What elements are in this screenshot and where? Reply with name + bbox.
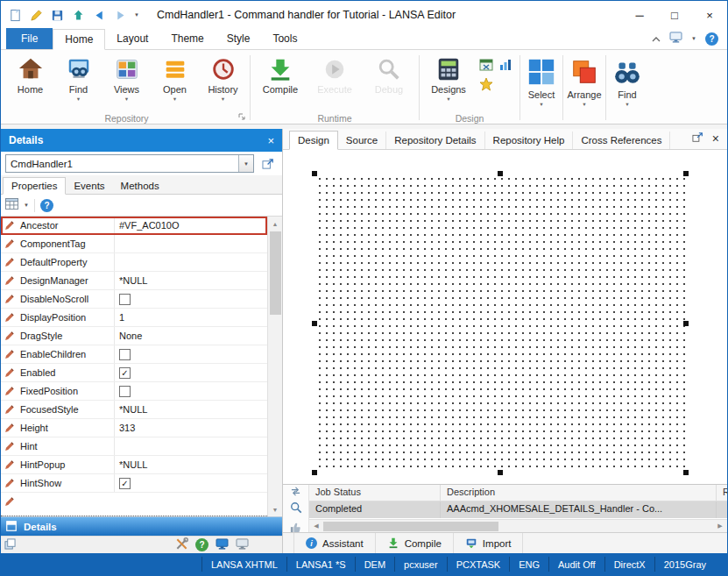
category-view-icon[interactable] [5, 198, 18, 212]
selection-handle-nw[interactable] [312, 171, 317, 176]
display-options-icon[interactable] [669, 32, 682, 46]
design-canvas[interactable] [283, 150, 727, 484]
open-button[interactable]: Open ▼ [151, 52, 199, 113]
details-collapsed-bar[interactable]: Details [1, 516, 282, 536]
statusbar-item[interactable]: LANSA1 *S [286, 557, 355, 572]
save-icon[interactable] [50, 8, 65, 23]
property-row[interactable]: FixedPosition [1, 382, 267, 401]
assistant-tab[interactable]: i Assistant [293, 533, 376, 553]
compile-tab[interactable]: Compile [376, 533, 454, 553]
property-value[interactable]: 1 [115, 309, 267, 326]
search-icon[interactable] [290, 501, 302, 516]
select-button[interactable]: Select ▼ [521, 52, 562, 124]
combo-dropdown-button[interactable]: ▼ [238, 155, 253, 172]
edit-icon[interactable] [29, 8, 44, 23]
statusbar-item[interactable]: DEM [355, 557, 394, 572]
object-selector-combo[interactable]: CmdHandler1 ▼ [5, 154, 254, 173]
tools-icon[interactable] [175, 537, 188, 553]
minimize-button[interactable]: ─ [622, 1, 657, 29]
property-value[interactable] [115, 235, 267, 252]
property-value[interactable]: *NULL [115, 456, 267, 473]
property-row[interactable]: DragStyle None [1, 327, 267, 345]
tab-properties[interactable]: Properties [3, 177, 66, 195]
property-row[interactable]: Enabled [1, 364, 267, 382]
close-panel-icon[interactable]: × [267, 134, 274, 147]
property-value[interactable]: None [115, 327, 267, 345]
property-value[interactable] [115, 253, 267, 271]
display-gray-icon[interactable] [236, 538, 249, 552]
horizontal-scrollbar[interactable]: ◀ ▶ [309, 519, 727, 532]
statusbar-item[interactable]: pcxuser [394, 557, 447, 572]
checkbox-icon[interactable] [119, 386, 131, 397]
property-row[interactable]: DisableNoScroll [1, 290, 267, 309]
details-panel-header[interactable]: Details × [1, 129, 282, 152]
tab-style[interactable]: Style [216, 28, 262, 49]
property-value[interactable]: 313 [115, 419, 267, 437]
statusbar-item[interactable]: Audit Off [548, 557, 604, 572]
execute-button[interactable]: Execute [307, 52, 362, 113]
property-value[interactable]: #VF_AC010O [115, 217, 267, 234]
find-big-button[interactable]: Find ▼ [607, 52, 647, 124]
scroll-up-icon[interactable]: ▲ [268, 217, 282, 231]
tab-repository-help[interactable]: Repository Help [485, 132, 574, 149]
tab-repository-details[interactable]: Repository Details [386, 132, 484, 149]
chevron-down-icon[interactable]: ▼ [24, 203, 29, 208]
spreadsheet-icon[interactable] [478, 57, 494, 73]
history-button[interactable]: History ▼ [199, 52, 247, 113]
open-in-editor-button[interactable] [258, 154, 278, 173]
property-row-partial[interactable] [1, 493, 267, 516]
property-row[interactable]: HintPopup *NULL [1, 456, 267, 474]
property-value[interactable]: *NULL [115, 272, 267, 289]
import-tab[interactable]: Import [454, 533, 524, 553]
property-value[interactable] [115, 474, 267, 492]
tab-methods[interactable]: Methods [113, 178, 167, 194]
checkbox-icon[interactable] [119, 367, 131, 379]
property-value[interactable] [115, 345, 267, 363]
tab-theme[interactable]: Theme [159, 28, 215, 49]
vertical-scrollbar[interactable]: ▲ ▼ [267, 217, 282, 516]
views-button[interactable]: Views ▼ [102, 52, 151, 113]
tab-source[interactable]: Source [338, 132, 386, 149]
scrollbar-thumb[interactable] [270, 231, 281, 315]
new-icon[interactable] [8, 8, 23, 23]
selection-handle-n[interactable] [498, 171, 503, 176]
statusbar-item[interactable]: ENG [509, 557, 548, 572]
checkin-icon[interactable] [71, 8, 86, 23]
property-value[interactable]: *NULL [115, 401, 267, 418]
column-job-status[interactable]: Job Status [309, 485, 441, 501]
arrange-button[interactable]: Arrange ▼ [564, 52, 604, 124]
dialog-launcher-icon[interactable] [237, 112, 246, 123]
tab-file[interactable]: File [6, 28, 53, 49]
selection-handle-w[interactable] [312, 321, 317, 326]
checkbox-icon[interactable] [119, 349, 131, 360]
checkbox-icon[interactable] [119, 294, 131, 305]
tab-events[interactable]: Events [66, 178, 112, 194]
debug-button[interactable]: Debug [362, 52, 416, 113]
home-button[interactable]: Home [6, 52, 54, 113]
qat-options-chevron-icon[interactable]: ▼ [134, 12, 139, 18]
job-row[interactable]: Completed AAAcmd_XHOMESALE_DETAILS_Handl… [309, 501, 727, 518]
property-row[interactable]: ComponentTag [1, 235, 267, 253]
statusbar-item[interactable]: PCXTASK [447, 557, 510, 572]
tab-tools[interactable]: Tools [261, 28, 308, 49]
forward-icon[interactable] [113, 8, 128, 23]
tab-design[interactable]: Design [289, 131, 338, 150]
float-window-icon[interactable] [692, 132, 704, 146]
properties-help-icon[interactable]: ? [40, 199, 53, 212]
close-document-icon[interactable]: × [712, 132, 719, 145]
checkbox-icon[interactable] [119, 478, 131, 489]
selection-handle-se[interactable] [683, 470, 689, 475]
chart-icon[interactable] [498, 57, 513, 73]
property-row[interactable]: DisplayPosition 1 [1, 309, 267, 327]
help-green-icon[interactable]: ? [195, 538, 209, 551]
column-result[interactable]: Resu [717, 485, 728, 501]
maximize-button[interactable]: □ [657, 1, 692, 29]
navigate-icon[interactable] [291, 487, 300, 499]
design-surface[interactable] [315, 174, 686, 473]
tab-home[interactable]: Home [53, 29, 105, 50]
property-value[interactable] [115, 364, 267, 381]
scroll-down-icon[interactable]: ▼ [268, 502, 282, 516]
selection-handle-ne[interactable] [683, 171, 689, 176]
selection-handle-sw[interactable] [312, 470, 317, 475]
property-row[interactable]: DesignManager *NULL [1, 272, 267, 290]
